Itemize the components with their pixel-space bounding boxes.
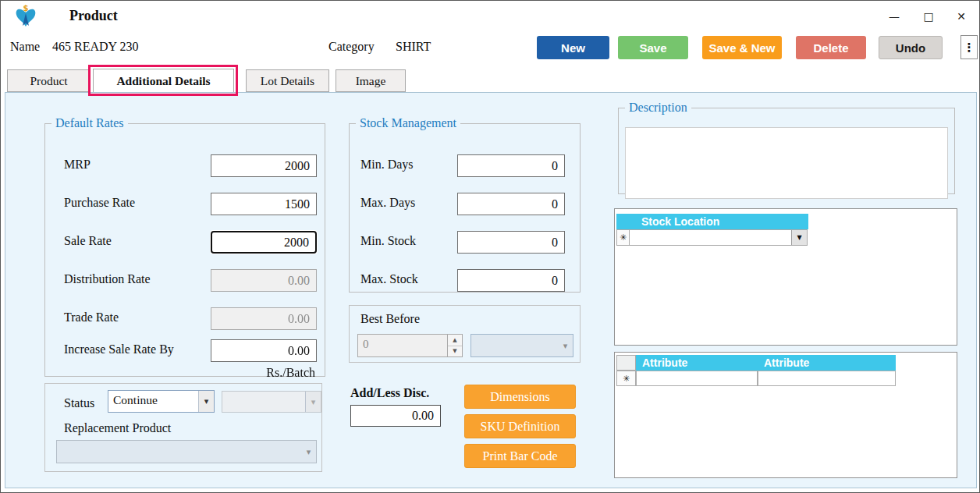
chevron-down-icon: ▾ [305, 392, 321, 412]
status-group: Status Continue ▾ ▾ Replacement Product … [44, 383, 322, 472]
unit-label: Rs./Batch [266, 366, 315, 380]
status-value: Continue [108, 391, 198, 412]
category-label: Category [328, 40, 375, 54]
mrp-label: MRP [64, 158, 91, 172]
tab-lot-details[interactable]: Lot Details [246, 69, 329, 92]
stock-management-group: Stock Management Min. Days Max. Days Min… [349, 116, 581, 293]
min-days-input[interactable] [457, 154, 565, 177]
tab-product[interactable]: Product [7, 69, 91, 92]
maximize-button[interactable]: □ [912, 2, 945, 31]
sale-rate-label: Sale Rate [64, 234, 112, 248]
stock-management-legend: Stock Management [356, 116, 460, 130]
stock-location-cell-value [630, 230, 791, 245]
tab-image[interactable]: Image [336, 69, 406, 92]
new-row-marker-icon: ✳ [620, 232, 627, 243]
purchase-rate-input[interactable] [211, 193, 317, 215]
tab-additional-details[interactable]: Additional Details [93, 69, 234, 93]
chevron-down-icon: ▾ [558, 335, 573, 356]
new-button[interactable]: New [537, 36, 609, 59]
description-group: Description [618, 101, 955, 194]
new-row-indicator-cell: ✳ [616, 229, 630, 246]
app-logo-icon: $ [13, 3, 38, 30]
title-bar: $ Product — □ ✕ [1, 1, 979, 32]
description-textarea[interactable] [625, 127, 948, 199]
min-days-label: Min. Days [360, 158, 414, 172]
attribute-grid: Attribute Attribute ✳ [614, 352, 957, 478]
mrp-input[interactable] [211, 154, 317, 177]
trade-rate-label: Trade Rate [64, 310, 119, 325]
dimensions-button[interactable]: Dimensions [464, 385, 576, 409]
attribute-column-header-2: Attribute [758, 355, 896, 371]
purchase-rate-label: Purchase Rate [64, 196, 135, 210]
status-secondary-value [222, 392, 305, 412]
spinner-down-icon: ▼ [448, 346, 462, 357]
add-less-disc-label: Add/Less Disc. [350, 386, 429, 400]
stock-location-header-text: Stock Location [641, 215, 719, 228]
max-days-label: Max. Days [360, 196, 415, 210]
kebab-menu-icon: ⋮ [964, 41, 975, 55]
dropdown-arrow-icon: ▼ [791, 230, 807, 245]
spinner-buttons: ▲ ▼ [447, 335, 462, 356]
increase-sale-rate-input[interactable] [211, 339, 317, 362]
header-bar: Name 465 READY 230 Category SHIRT New Sa… [1, 32, 979, 68]
description-legend: Description [625, 101, 691, 115]
stock-location-cell-select[interactable]: ▼ [630, 229, 808, 246]
save-button[interactable]: Save [618, 36, 688, 59]
min-stock-input[interactable] [457, 231, 565, 254]
sale-rate-input[interactable] [211, 231, 317, 254]
sku-definition-button[interactable]: SKU Definition [464, 414, 576, 438]
add-less-disc-input[interactable] [350, 405, 441, 427]
app-window: $ Product — □ ✕ Name 465 READY 230 Categ… [0, 0, 980, 493]
attribute-cell-2[interactable] [758, 371, 896, 386]
close-icon: ✕ [957, 10, 966, 23]
replacement-product-select: ▾ [56, 440, 317, 463]
undo-button[interactable]: Undo [879, 36, 943, 59]
new-row-indicator-cell: ✳ [616, 371, 636, 386]
status-secondary-select: ▾ [222, 391, 321, 413]
status-label: Status [64, 396, 94, 410]
category-value: SHIRT [396, 40, 431, 54]
max-stock-label: Max. Stock [360, 272, 418, 286]
save-and-new-button[interactable]: Save & New [702, 36, 782, 59]
delete-button[interactable]: Delete [796, 36, 866, 59]
increase-sale-rate-label: Increase Sale Rate By [64, 342, 174, 356]
attribute-header-1-text: Attribute [642, 356, 687, 369]
default-rates-group: Default Rates MRP Purchase Rate Sale Rat… [44, 116, 325, 377]
stock-location-column-header: Stock Location [616, 214, 808, 229]
attribute-header-2-text: Attribute [764, 356, 809, 369]
page-title: Product [69, 8, 118, 24]
attribute-column-header-1: Attribute [636, 355, 758, 371]
max-stock-input[interactable] [457, 269, 565, 292]
minimize-icon: — [889, 10, 900, 23]
replacement-product-label: Replacement Product [64, 421, 171, 435]
attribute-cell-1[interactable] [636, 371, 758, 386]
new-row-marker-icon: ✳ [623, 374, 630, 384]
best-before-quantity-value: 0 [358, 335, 447, 356]
best-before-label: Best Before [360, 312, 420, 326]
chevron-down-icon: ▾ [198, 391, 214, 412]
default-rates-legend: Default Rates [51, 116, 128, 130]
replacement-product-value [57, 441, 301, 463]
best-before-unit-select: ▾ [470, 334, 573, 357]
stock-location-grid: Stock Location ✳ ▼ [614, 208, 957, 346]
min-stock-label: Min. Stock [360, 234, 416, 248]
best-before-unit-value [471, 335, 558, 356]
spinner-up-icon: ▲ [448, 335, 462, 346]
best-before-quantity-spinner: 0 ▲ ▼ [357, 334, 463, 357]
distribution-rate-input [211, 269, 317, 292]
maximize-icon: □ [923, 10, 933, 23]
trade-rate-input [211, 307, 317, 330]
close-button[interactable]: ✕ [945, 2, 978, 31]
chevron-down-icon: ▾ [301, 441, 316, 463]
max-days-input[interactable] [457, 193, 565, 215]
minimize-button[interactable]: — [878, 2, 911, 31]
more-options-button[interactable]: ⋮ [960, 35, 978, 59]
attribute-grid-corner-cell [616, 355, 636, 371]
print-bar-code-button[interactable]: Print Bar Code [464, 444, 576, 468]
name-label: Name [10, 40, 40, 54]
main-panel: Default Rates MRP Purchase Rate Sale Rat… [5, 92, 977, 488]
best-before-group: Best Before 0 ▲ ▼ ▾ [349, 305, 581, 363]
status-select[interactable]: Continue ▾ [108, 390, 215, 413]
name-value: 465 READY 230 [52, 40, 139, 54]
distribution-rate-label: Distribution Rate [64, 272, 151, 286]
